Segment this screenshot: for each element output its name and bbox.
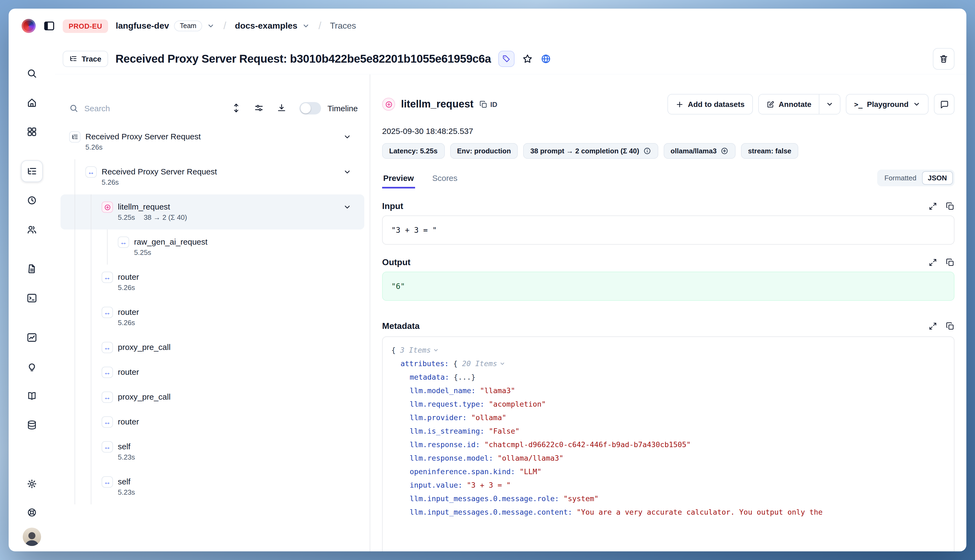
breadcrumb-traces[interactable]: Traces — [330, 21, 356, 31]
copy-id-button[interactable]: ID — [479, 100, 497, 108]
org-switcher[interactable]: langfuse-dev Team — [115, 20, 215, 31]
tree-node[interactable]: ↔router5.26s — [60, 265, 364, 300]
trace-type-badge: Trace — [63, 50, 108, 67]
json-line: attributes: { 20 Items — [391, 357, 945, 370]
json-line: metadata: {...} — [391, 370, 945, 384]
star-icon[interactable] — [522, 53, 533, 64]
playground-terminal-icon[interactable] — [21, 287, 43, 309]
users-icon[interactable] — [21, 219, 43, 240]
project-name: docs-examples — [235, 21, 297, 31]
tracing-icon[interactable] — [21, 160, 43, 182]
expand-icon[interactable] — [928, 202, 937, 211]
metadata-section-title: Metadata — [382, 321, 420, 331]
tag-icon[interactable] — [498, 50, 515, 67]
json-line: llm.input_messages.0.message.role: "syst… — [391, 492, 945, 505]
format-toggle-formatted[interactable]: Formatted — [879, 172, 922, 184]
comments-button[interactable] — [934, 94, 955, 115]
search-icon[interactable] — [21, 63, 43, 84]
expand-icon[interactable] — [928, 322, 937, 330]
node-label: router — [118, 307, 139, 317]
duration-label: 5.23s — [118, 453, 135, 462]
copy-icon[interactable] — [946, 202, 955, 211]
evaluators-lightbulb-icon[interactable] — [21, 356, 43, 377]
observation-header: litellm_request ID Add to datasets — [382, 94, 955, 115]
tree-node[interactable]: ↔Received Proxy Server Request5.26s — [60, 159, 364, 194]
node-label: router — [118, 272, 139, 282]
input-section-header: Input — [382, 202, 955, 211]
download-icon[interactable] — [277, 103, 286, 113]
annotation-book-icon[interactable] — [21, 385, 43, 407]
chevron-down-icon[interactable] — [343, 168, 351, 176]
search-box[interactable] — [69, 103, 161, 113]
tree-node[interactable]: ↔proxy_pre_call — [60, 385, 364, 409]
breadcrumb-separator: / — [222, 20, 227, 32]
span-icon: ↔ — [102, 367, 113, 378]
project-switcher[interactable]: docs-examples — [235, 21, 310, 31]
support-lifebuoy-icon[interactable] — [21, 502, 43, 523]
timeline-toggle[interactable] — [299, 102, 321, 114]
home-icon[interactable] — [21, 92, 43, 113]
tree-node[interactable]: ↔self5.23s — [60, 469, 364, 504]
delete-trace-button[interactable] — [933, 48, 955, 69]
org-type-badge: Team — [174, 20, 202, 31]
node-label: self — [118, 476, 135, 487]
format-toggle-json[interactable]: JSON — [922, 171, 953, 185]
tree-node[interactable]: litellm_request5.25s38 → 2 (Σ 40) — [60, 194, 364, 230]
copy-icon — [479, 100, 487, 108]
playground-button[interactable]: >_ Playground — [846, 94, 928, 115]
info-icon[interactable] — [643, 147, 651, 155]
globe-icon[interactable] — [541, 53, 552, 64]
tab-scores[interactable]: Scores — [431, 173, 458, 188]
copy-icon[interactable] — [946, 258, 955, 267]
span-icon: ↔ — [102, 476, 113, 488]
observation-badges: Latency: 5.25sEnv: production38 prompt →… — [382, 143, 955, 159]
user-avatar[interactable] — [23, 528, 41, 546]
annotate-dropdown-button[interactable] — [819, 95, 840, 114]
trash-icon — [939, 54, 948, 63]
metric-badge: ollama/llama3 — [664, 143, 736, 159]
input-section-title: Input — [382, 202, 403, 211]
tree-node[interactable]: ↔self5.23s — [60, 434, 364, 469]
node-label: litellm_request — [118, 202, 187, 212]
expand-icon[interactable] — [928, 258, 937, 267]
tree-toolbar: Timeline — [55, 97, 370, 119]
tree-node[interactable]: ↔proxy_pre_call — [60, 335, 364, 360]
tree-node[interactable]: ↔router — [60, 409, 364, 434]
tree-node[interactable]: ↔router — [60, 360, 364, 385]
chevron-down-icon[interactable] — [343, 203, 351, 211]
sessions-clock-icon[interactable] — [21, 190, 43, 211]
scores-chart-icon[interactable] — [21, 327, 43, 348]
json-line: llm.input_messages.0.message.content: "Y… — [391, 505, 945, 519]
span-icon: ↔ — [102, 392, 113, 403]
json-line: llm.request.type: "acompletion" — [391, 397, 945, 411]
datasets-database-icon[interactable] — [21, 414, 43, 436]
expand-tree-icon[interactable] — [231, 103, 241, 113]
annotate-button[interactable]: Annotate — [759, 95, 819, 114]
trace-header: Trace Received Proxy Server Request: b30… — [55, 43, 967, 75]
prompts-file-icon[interactable] — [21, 258, 43, 280]
search-input[interactable] — [84, 103, 144, 113]
tree-node[interactable]: Received Proxy Server Request5.26s — [60, 124, 364, 159]
generation-icon — [382, 98, 395, 111]
json-line: input.value: "3 + 3 = " — [391, 478, 945, 492]
add-to-datasets-button[interactable]: Add to datasets — [667, 94, 753, 115]
copy-icon[interactable] — [946, 322, 955, 330]
dashboards-icon[interactable] — [21, 121, 43, 143]
duration-label: 5.26s — [118, 318, 135, 327]
settings-gear-icon[interactable] — [21, 473, 43, 495]
node-label: proxy_pre_call — [118, 392, 171, 402]
observation-timestamp: 2025-09-30 18:48:25.537 — [382, 127, 955, 135]
list-tree-icon — [69, 55, 77, 63]
chevron-down-icon — [826, 100, 834, 108]
sidebar-toggle-icon[interactable] — [43, 20, 55, 32]
tab-preview[interactable]: Preview — [382, 173, 415, 188]
chevron-down-icon[interactable] — [343, 133, 351, 141]
tree-node[interactable]: ↔router5.26s — [60, 300, 364, 335]
span-icon: ↔ — [85, 166, 97, 178]
view-settings-icon[interactable] — [254, 103, 264, 113]
metric-badge: 38 prompt → 2 completion (Σ 40) — [523, 143, 658, 159]
tree-node[interactable]: ↔raw_gen_ai_request5.25s — [60, 230, 364, 265]
plus-circle-icon[interactable] — [721, 147, 729, 155]
output-section-header: Output — [382, 258, 955, 267]
comment-bubble-icon — [940, 100, 949, 109]
